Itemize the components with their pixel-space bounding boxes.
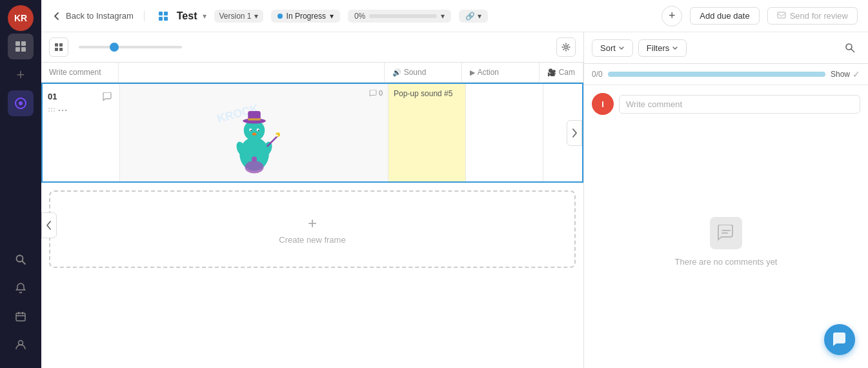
svg-rect-21 (59, 48, 63, 51)
svg-point-41 (257, 129, 259, 130)
sound-col-header: 🔊 Sound (385, 63, 462, 82)
svg-point-50 (846, 44, 852, 50)
svg-point-23 (48, 108, 50, 109)
sidebar-item-search[interactable] (8, 247, 34, 272)
svg-point-24 (51, 108, 52, 109)
drag-icon (48, 107, 56, 114)
sound-icon: 🔊 (392, 68, 401, 77)
sidebar-item-user[interactable] (8, 332, 34, 358)
svg-rect-13 (159, 12, 163, 15)
version-dropdown-icon: ▾ (254, 12, 258, 21)
version-selector[interactable]: Version 1 ▾ (214, 10, 263, 23)
svg-text:★: ★ (274, 132, 278, 137)
no-comments-text: There are no comments yet (675, 257, 778, 267)
comment-input-row: I Write comment (592, 93, 860, 115)
check-circle-icon: ✓ (853, 69, 860, 79)
filters-button[interactable]: Filters (638, 39, 687, 57)
write-comment-label: Write comment (49, 68, 101, 77)
frame-comment-btn[interactable] (100, 89, 114, 103)
frame-sound-cell[interactable]: Pop-up sound #5 (389, 84, 466, 181)
sidebar-item-add[interactable]: + (8, 62, 34, 88)
content-split: Write comment 🔊 Sound ▶ Action 🎥 Cam (41, 32, 868, 368)
progress-value: 0% (354, 12, 365, 21)
more-options-icon[interactable] (58, 106, 67, 115)
svg-rect-1 (21, 41, 26, 46)
chat-fab-icon (833, 332, 847, 347)
search-button[interactable] (840, 37, 860, 58)
action-col-header: ▶ Action (462, 63, 540, 82)
frames-area: 01 (41, 83, 583, 368)
zoom-slider-area (74, 46, 551, 48)
title-dropdown-icon[interactable]: ▾ (203, 12, 207, 21)
frame-number: 01 (48, 92, 57, 101)
zoom-slider[interactable] (79, 46, 182, 48)
camera-label: Cam (559, 68, 575, 77)
progress-selector[interactable]: 0% ▾ (348, 10, 451, 23)
svg-point-25 (54, 108, 55, 109)
frame-image-cell[interactable]: 0 KROCK (120, 84, 389, 181)
status-dot (278, 14, 283, 19)
svg-rect-3 (21, 47, 26, 52)
sidebar-item-bell[interactable] (8, 275, 34, 301)
frame-drag-area[interactable] (48, 106, 114, 115)
write-comment-col-header: Write comment (41, 63, 119, 82)
frame-number-top: 01 (48, 89, 114, 103)
project-view-icon[interactable] (155, 8, 172, 25)
show-button[interactable]: Show ✓ (831, 69, 860, 79)
svg-rect-15 (159, 17, 163, 21)
svg-rect-20 (55, 48, 58, 51)
image-col-header (119, 63, 385, 82)
sidebar-item-plugin[interactable] (8, 90, 34, 116)
link-icon: 🔗 (465, 12, 475, 21)
send-icon (777, 12, 786, 21)
add-frame-row[interactable]: + Create new frame (49, 190, 576, 268)
sidebar-item-calendar[interactable] (8, 303, 34, 329)
comment-bubble-icon (369, 90, 377, 97)
status-selector[interactable]: In Progress ▾ (271, 10, 340, 23)
status-label: In Progress (287, 12, 326, 21)
camera-col-header: 🎥 Cam (540, 63, 583, 82)
nav-arrow-right[interactable] (567, 120, 582, 146)
add-frame-plus-icon: + (308, 214, 317, 232)
send-review-label: Send for review (790, 11, 848, 21)
send-for-review-button[interactable]: Send for review (767, 7, 858, 25)
progress-label: 0/0 (592, 70, 603, 79)
sort-label: Sort (600, 43, 616, 53)
comment-empty-icon (717, 225, 735, 241)
main-area: Back to Instagram Test ▾ Version 1 ▾ In … (41, 0, 868, 368)
add-due-date-button[interactable]: Add due date (690, 7, 759, 25)
link-button[interactable]: 🔗 ▾ (459, 10, 488, 23)
sort-button[interactable]: Sort (592, 39, 633, 57)
frame-number-cell: 01 (43, 84, 120, 181)
commenter-avatar: I (592, 93, 614, 115)
svg-point-22 (565, 46, 567, 48)
frame-row: 01 (41, 83, 583, 183)
commenter-initial: I (601, 99, 604, 109)
nav-arrow-left[interactable] (41, 212, 57, 238)
add-button[interactable]: + (661, 6, 682, 26)
chat-fab-button[interactable] (824, 324, 855, 355)
sound-text: Pop-up sound #5 (394, 89, 452, 98)
sidebar-item-grid[interactable] (8, 34, 34, 59)
back-to-instagram-link[interactable]: Back to Instagram (52, 11, 145, 21)
progress-dropdown-icon: ▾ (441, 12, 445, 21)
version-label: Version 1 (219, 12, 252, 21)
view-toggle-button[interactable] (49, 37, 68, 57)
action-icon: ▶ (470, 68, 475, 77)
user-avatar-sidebar[interactable]: KR (8, 5, 34, 31)
comments-toolbar: Sort Filters (584, 32, 868, 64)
svg-line-51 (852, 50, 854, 52)
sound-label: Sound (404, 68, 427, 77)
zoom-thumb[interactable] (110, 43, 119, 52)
svg-rect-19 (59, 43, 63, 46)
svg-point-27 (51, 110, 52, 112)
comment-input-field[interactable]: Write comment (619, 95, 860, 114)
settings-button[interactable] (556, 37, 576, 57)
comment-count: 0 (369, 89, 383, 97)
back-arrow-icon (52, 11, 62, 21)
sort-dropdown-icon (618, 45, 625, 51)
no-comments-area: There are no comments yet (592, 123, 860, 360)
svg-point-40 (250, 129, 252, 130)
frame-action-cell[interactable] (466, 84, 543, 181)
svg-rect-0 (15, 41, 20, 46)
